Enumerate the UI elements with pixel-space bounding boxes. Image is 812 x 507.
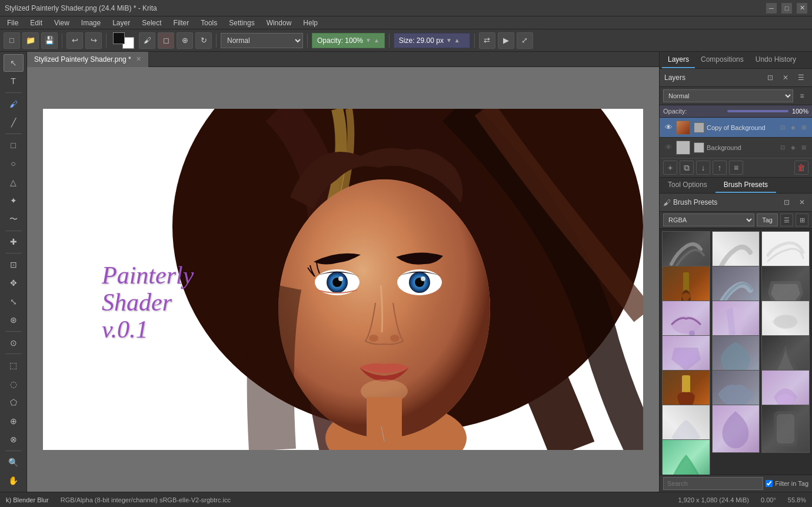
tool-path[interactable]: ✦ — [4, 192, 24, 210]
erase-mode-button[interactable]: ⊕ — [177, 32, 193, 49]
save-button[interactable]: 💾 — [41, 32, 58, 49]
menu-settings[interactable]: Settings — [224, 18, 259, 28]
close-button[interactable]: ✕ — [797, 3, 807, 14]
brush-preset-17[interactable] — [712, 405, 760, 453]
mirror-h-button[interactable]: ⇄ — [479, 32, 495, 49]
layer-visibility-eye[interactable]: 👁 — [663, 122, 674, 133]
undo-button[interactable]: ↩ — [66, 32, 83, 49]
brush-preset-button[interactable]: 🖌 — [139, 32, 155, 49]
eraser-button[interactable]: ◻ — [158, 32, 174, 49]
tab-undo-history[interactable]: Undo History — [750, 52, 802, 68]
layer-settings-button[interactable]: ≡ — [729, 161, 743, 175]
tool-paint[interactable]: 🖌 — [4, 95, 24, 113]
tool-zoom[interactable]: 🔍 — [4, 453, 24, 471]
tab-brush-presets[interactable]: Brush Presets — [716, 178, 776, 193]
tool-freehand[interactable]: 〜 — [4, 211, 24, 228]
tool-hand[interactable]: ✋ — [4, 472, 24, 489]
brush-preset-19[interactable] — [662, 439, 710, 475]
layer-icon-bg-2[interactable]: ◈ — [788, 143, 798, 152]
tool-select-shapes[interactable]: ↖ — [4, 54, 24, 72]
layers-settings-button[interactable]: ≡ — [796, 89, 808, 102]
tab-tool-options[interactable]: Tool Options — [660, 178, 716, 193]
tool-line[interactable]: ╱ — [4, 114, 24, 132]
brush-preset-18[interactable] — [761, 405, 810, 453]
tool-select-poly[interactable]: ⬠ — [4, 393, 24, 411]
menu-tools[interactable]: Tools — [196, 18, 222, 28]
fullscreen-button[interactable]: ⤢ — [517, 32, 533, 49]
canvas-tab-close[interactable]: ✕ — [136, 55, 141, 63]
tool-move[interactable]: ✥ — [4, 274, 24, 292]
menu-file[interactable]: File — [2, 18, 23, 28]
layer-row-copy-bg[interactable]: 👁 Copy of Background ⊡ ◈ ⊞ — [660, 118, 812, 138]
tool-select-rect[interactable]: ⬚ — [4, 356, 24, 374]
tool-eyedropper[interactable]: ⊙ — [4, 334, 24, 352]
tool-polygon[interactable]: △ — [4, 174, 24, 191]
layer-icon-2[interactable]: ◈ — [788, 123, 798, 132]
menu-image[interactable]: Image — [76, 18, 105, 28]
layers-blend-mode-select[interactable]: Normal Multiply Screen — [663, 89, 793, 102]
size-down-arrow[interactable]: ▼ — [446, 37, 452, 44]
tab-layers[interactable]: Layers — [662, 52, 695, 68]
menu-filter[interactable]: Filter — [169, 18, 194, 28]
menu-edit[interactable]: Edit — [25, 18, 47, 28]
tool-fill[interactable]: ✚ — [4, 233, 24, 251]
open-file-button[interactable]: 📁 — [22, 32, 39, 49]
layer-icon-bg-1[interactable]: ⊡ — [778, 143, 787, 152]
menu-help[interactable]: Help — [298, 18, 322, 28]
layer-icon-1[interactable]: ⊡ — [778, 123, 787, 132]
menu-select[interactable]: Select — [137, 18, 166, 28]
layer-visibility-eye-bg[interactable]: 👁 — [663, 142, 674, 153]
text-line3: v.0.1 — [102, 316, 194, 343]
redo-button[interactable]: ↪ — [85, 32, 102, 49]
opacity-slider[interactable] — [727, 110, 788, 112]
canvas-tab-active[interactable]: Stylized Painterly Shader.png * ✕ — [27, 52, 149, 67]
layer-icon-3[interactable]: ⊞ — [799, 123, 808, 132]
refresh-button[interactable]: ↻ — [195, 32, 212, 49]
tab-compositions[interactable]: Compositions — [695, 52, 750, 68]
move-layer-down-button[interactable]: ↓ — [696, 161, 710, 175]
tag-button[interactable]: Tag — [757, 214, 778, 226]
tool-ellipse[interactable]: ○ — [4, 155, 24, 173]
add-layer-button[interactable]: + — [663, 161, 677, 175]
layer-icon-bg-3[interactable]: ⊞ — [799, 143, 808, 152]
tool-text[interactable]: T — [4, 73, 24, 91]
tool-select-ellipse[interactable]: ◌ — [4, 375, 24, 393]
menu-window[interactable]: Window — [262, 18, 297, 28]
tool-warp[interactable]: ⊛ — [4, 311, 24, 329]
blend-mode-select[interactable]: Normal Multiply Screen Overlay — [221, 33, 303, 48]
minimize-button[interactable]: ─ — [766, 3, 777, 14]
tool-select-contiguous[interactable]: ⊕ — [4, 412, 24, 430]
duplicate-layer-button[interactable]: ⧉ — [680, 161, 694, 175]
size-up-arrow[interactable]: ▲ — [454, 37, 460, 44]
tool-crop[interactable]: ⊡ — [4, 256, 24, 273]
brush-search-input[interactable] — [663, 477, 763, 490]
new-document-button[interactable]: □ — [4, 32, 20, 49]
tool-rect[interactable]: □ — [4, 136, 24, 154]
mirror-v-button[interactable]: ▶ — [498, 32, 514, 49]
maximize-button[interactable]: □ — [781, 3, 792, 14]
layers-close-button[interactable]: ✕ — [779, 71, 792, 84]
canvas-viewport[interactable]: Painterly Shader v.0.1 — [27, 67, 659, 492]
color-selector[interactable] — [113, 32, 134, 49]
foreground-color-box[interactable] — [113, 32, 125, 44]
menu-layer[interactable]: Layer — [108, 18, 135, 28]
move-layer-up-button[interactable]: ↑ — [713, 161, 727, 175]
menu-view[interactable]: View — [49, 18, 74, 28]
bp-expand-button[interactable]: ⊡ — [780, 196, 793, 209]
toolbar: □ 📁 💾 ↩ ↪ 🖌 ◻ ⊕ ↻ Normal Multiply Screen… — [0, 29, 812, 52]
tool-select-freehand[interactable]: ⊗ — [4, 431, 24, 448]
layers-expand-button[interactable]: ⊡ — [764, 71, 777, 84]
delete-layer-button[interactable]: 🗑 — [794, 161, 808, 175]
opacity-down-arrow[interactable]: ▼ — [365, 37, 371, 44]
layer-row-bg[interactable]: 👁 Background ⊡ ◈ ⊞ — [660, 138, 812, 158]
grid-view-button[interactable]: ⊞ — [796, 214, 808, 226]
layers-menu-button[interactable]: ☰ — [794, 71, 807, 84]
window-controls: ─ □ ✕ — [766, 3, 807, 14]
opacity-up-arrow[interactable]: ▲ — [374, 37, 380, 44]
tool-transform[interactable]: ⤡ — [4, 293, 24, 311]
filter-in-tag-checkbox[interactable] — [766, 480, 773, 487]
bp-close-button[interactable]: ✕ — [796, 196, 808, 209]
canvas-content: Painterly Shader v.0.1 — [43, 109, 643, 450]
brush-filter-select[interactable]: RGBA All — [663, 214, 754, 226]
list-view-button[interactable]: ☰ — [780, 214, 793, 226]
